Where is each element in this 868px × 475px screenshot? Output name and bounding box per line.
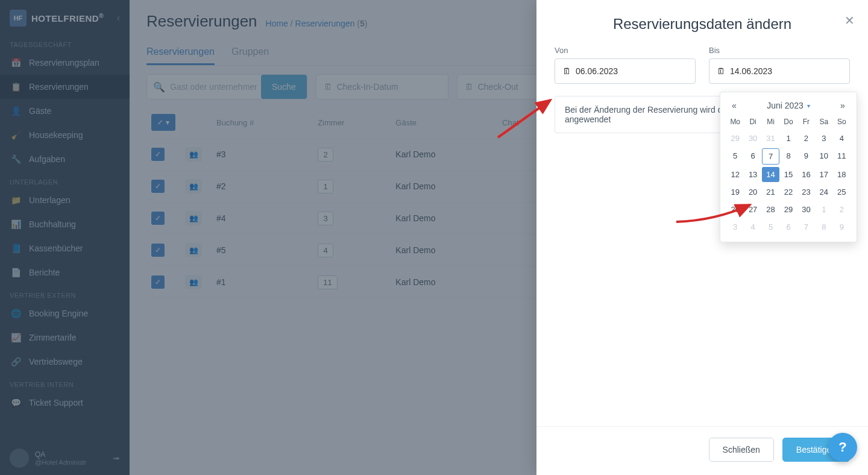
cal-day[interactable]: 17 bbox=[815, 167, 832, 182]
cal-day[interactable]: 28 bbox=[762, 202, 779, 217]
cal-dow: Sa bbox=[815, 115, 832, 128]
panel-footer: Schließen Bestätigen bbox=[536, 426, 868, 475]
from-date-input[interactable]: 🗓 06.06.2023 bbox=[555, 58, 696, 84]
cal-day[interactable]: 22 bbox=[779, 184, 797, 200]
panel-body: Von 🗓 06.06.2023 Bis 🗓 14.06.2023 Bei de… bbox=[536, 43, 868, 426]
cal-dow: So bbox=[833, 115, 851, 128]
cal-day[interactable]: 27 bbox=[744, 202, 761, 217]
cal-day[interactable]: 11 bbox=[833, 148, 851, 165]
cal-day[interactable]: 5 bbox=[726, 148, 744, 165]
cal-day[interactable]: 15 bbox=[779, 167, 797, 182]
panel-title: Reservierungsdaten ändern bbox=[555, 16, 850, 33]
cal-month-label: Juni 2023 bbox=[767, 101, 804, 110]
cal-day[interactable]: 14 bbox=[762, 167, 779, 182]
cal-day[interactable]: 3 bbox=[726, 219, 744, 234]
close-icon[interactable]: ✕ bbox=[844, 13, 855, 28]
cal-day[interactable]: 30 bbox=[744, 131, 761, 146]
cal-day[interactable]: 1 bbox=[779, 131, 797, 146]
cal-day[interactable]: 29 bbox=[779, 202, 797, 217]
cal-day[interactable]: 2 bbox=[797, 131, 815, 146]
to-date-input[interactable]: 🗓 14.06.2023 bbox=[709, 58, 850, 84]
from-field: Von 🗓 06.06.2023 bbox=[555, 46, 696, 84]
cal-day[interactable]: 3 bbox=[815, 131, 832, 146]
cal-day[interactable]: 12 bbox=[726, 167, 744, 182]
cal-day[interactable]: 1 bbox=[815, 202, 832, 217]
cal-day[interactable]: 8 bbox=[815, 219, 832, 234]
to-field: Bis 🗓 14.06.2023 bbox=[709, 46, 850, 84]
cal-day[interactable]: 6 bbox=[744, 148, 761, 165]
close-button[interactable]: Schließen bbox=[709, 438, 774, 462]
cal-next[interactable]: » bbox=[837, 101, 848, 110]
cal-day[interactable]: 24 bbox=[815, 184, 832, 200]
cal-dow: Mi bbox=[762, 115, 779, 128]
cal-day[interactable]: 18 bbox=[833, 167, 851, 182]
chevron-down-icon: ▾ bbox=[807, 102, 810, 109]
from-label: Von bbox=[555, 46, 696, 55]
to-date-value: 14.06.2023 bbox=[730, 66, 772, 76]
cal-day[interactable]: 8 bbox=[779, 148, 797, 165]
cal-day[interactable]: 20 bbox=[744, 184, 761, 200]
from-date-value: 06.06.2023 bbox=[576, 66, 618, 76]
cal-day[interactable]: 26 bbox=[726, 202, 744, 217]
cal-dow: Do bbox=[779, 115, 797, 128]
cal-day[interactable]: 21 bbox=[762, 184, 779, 200]
panel-header: ✕ Reservierungsdaten ändern bbox=[536, 0, 868, 43]
change-dates-panel: ✕ Reservierungsdaten ändern Von 🗓 06.06.… bbox=[536, 0, 868, 475]
cal-day[interactable]: 31 bbox=[762, 131, 779, 146]
cal-day[interactable]: 13 bbox=[744, 167, 761, 182]
datepicker: « Juni 2023 ▾ » MoDiMiDoFrSaSo2930311234… bbox=[720, 92, 857, 242]
cal-day[interactable]: 10 bbox=[815, 148, 832, 165]
calendar-icon: 🗓 bbox=[717, 66, 725, 76]
cal-day[interactable]: 29 bbox=[726, 131, 744, 146]
cal-day[interactable]: 16 bbox=[797, 167, 815, 182]
to-label: Bis bbox=[709, 46, 850, 55]
cal-day[interactable]: 30 bbox=[797, 202, 815, 217]
cal-day[interactable]: 9 bbox=[797, 148, 815, 165]
cal-day[interactable]: 7 bbox=[797, 219, 815, 234]
help-button[interactable]: ? bbox=[828, 433, 857, 462]
cal-day[interactable]: 7 bbox=[762, 148, 779, 165]
cal-dow: Mo bbox=[726, 115, 744, 128]
cal-day[interactable]: 5 bbox=[762, 219, 779, 234]
cal-day[interactable]: 4 bbox=[744, 219, 761, 234]
cal-day[interactable]: 2 bbox=[833, 202, 851, 217]
calendar-icon: 🗓 bbox=[562, 66, 571, 76]
cal-day[interactable]: 23 bbox=[797, 184, 815, 200]
cal-day[interactable]: 6 bbox=[779, 219, 797, 234]
cal-prev[interactable]: « bbox=[729, 101, 740, 110]
cal-day[interactable]: 4 bbox=[833, 131, 851, 146]
cal-day[interactable]: 9 bbox=[833, 219, 851, 234]
cal-day[interactable]: 25 bbox=[833, 184, 851, 200]
cal-dow: Fr bbox=[797, 115, 815, 128]
cal-dow: Di bbox=[744, 115, 761, 128]
cal-day[interactable]: 19 bbox=[726, 184, 744, 200]
cal-month-select[interactable]: Juni 2023 ▾ bbox=[767, 101, 810, 110]
